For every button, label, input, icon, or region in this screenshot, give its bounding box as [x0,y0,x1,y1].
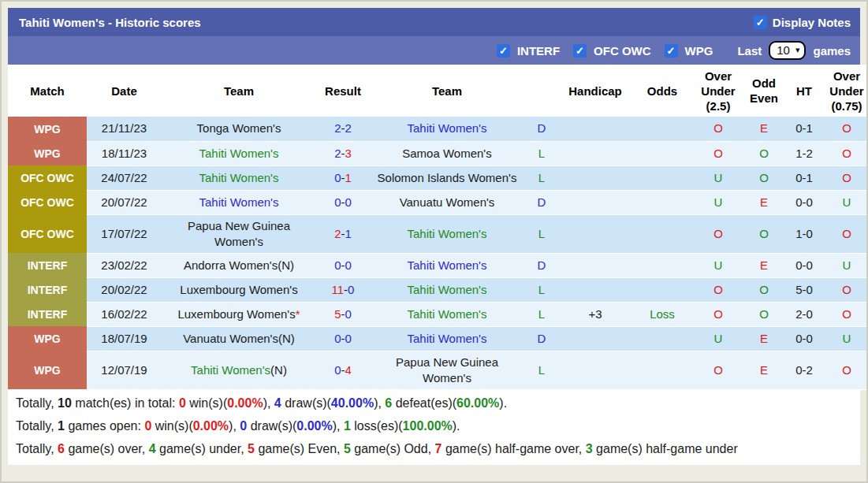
summary-segment: game(s) under, [156,442,248,455]
result-score: 2-1 [316,214,370,253]
away-team-link[interactable]: Vanuatu Women's [400,195,495,209]
match-date: 16/02/22 [87,302,162,326]
home-team-link[interactable]: Luxembourg Women's [177,307,295,321]
home-score: 0 [334,195,341,209]
games-label: games [813,44,851,58]
result-score: 0-0 [316,253,370,277]
outcome-letter: L [524,302,559,326]
over-under-0-75: O [824,214,868,253]
away-team-cell: Papua New Guinea Women's [370,351,524,389]
league-badge: WPG [8,326,87,351]
match-date: 20/02/22 [87,277,162,302]
handicap-value [559,253,631,277]
odd-even: O [743,214,784,253]
home-score: 11 [332,283,345,296]
table-header-row: MatchDateTeamResultTeamHandicapOddsOver … [8,65,868,117]
summary-line-1: Totally, 10 match(es) in total: 0 win(s)… [8,392,860,414]
filter-checkbox-interf[interactable]: ✓ [497,44,510,58]
column-header-handicap: Handicap [559,65,631,117]
handicap-value [559,190,631,214]
page-title: Tahiti Women's - Historic scores [19,16,201,29]
column-header-date: Date [87,65,162,117]
home-team-link[interactable]: Vanuatu Women's(N) [183,332,295,345]
check-icon: ✓ [499,45,508,57]
away-team-link[interactable]: Tahiti Women's [408,227,487,240]
summary-segment: game(s) Odd, [351,442,435,455]
away-team-cell: Tahiti Women's [370,302,524,326]
outcome-letter: L [524,214,559,253]
home-team-link[interactable]: Tahiti Women's [199,195,279,209]
summary-segment: 1 [58,419,65,433]
away-team-link[interactable]: Papua New Guinea Women's [396,355,498,385]
half-time-score: 0-0 [784,326,824,351]
column-header-match: Match [8,65,87,117]
away-team-link[interactable]: Tahiti Women's [408,283,487,296]
summary-line-3: Totally, 6 game(s) over, 4 game(s) under… [8,437,860,460]
summary-segment: 6 [58,442,65,455]
match-date: 21/11/23 [87,117,162,141]
away-team-link[interactable]: Tahiti Women's [408,307,487,321]
filter-checkbox-ofc-owc[interactable]: ✓ [573,44,587,58]
away-team-link[interactable]: Tahiti Women's [408,258,487,272]
summary-segment: 4 [274,396,281,410]
odds-result [631,214,693,253]
over-under-2-5: O [693,302,743,326]
summary-segment: win(s)( [186,396,227,410]
league-badge: WPG [8,141,87,165]
summary-segment: Totally, [16,442,58,455]
home-team-link[interactable]: Luxembourg Women's [180,283,297,296]
home-team-cell: Papua New Guinea Women's [162,214,316,253]
half-time-score: 1-0 [784,214,824,253]
away-team-link[interactable]: Tahiti Women's [408,332,487,345]
odds-result: Loss [631,302,693,326]
league-badge: WPG [8,117,87,141]
summary-footer: Totally, 10 match(es) in total: 0 win(s)… [8,390,860,465]
result-score: 0-0 [316,190,370,214]
last-games-select[interactable]: 10 ▾ [769,41,806,60]
filter-checkbox-wpg[interactable]: ✓ [665,44,678,58]
home-team-cell: Tonga Women's [162,117,316,141]
odds-result [631,117,693,141]
odd-even: O [743,165,784,190]
check-icon: ✓ [756,17,765,28]
over-under-2-5: O [693,277,743,302]
odds-result [631,351,693,389]
home-team-link[interactable]: Andorra Women's(N) [184,258,294,272]
home-team-link[interactable]: Tahiti Women's [199,171,279,184]
match-date: 23/02/22 [87,253,162,277]
match-row: WPG18/11/23Tahiti Women's2-3Samoa Women'… [8,141,868,165]
half-time-score: 1-2 [784,141,824,165]
home-team-link[interactable]: Tahiti Women's [199,147,279,160]
over-under-2-5: U [693,190,743,214]
summary-segment: Totally, [16,419,58,433]
match-date: 24/07/22 [87,165,162,190]
away-team-cell: Tahiti Women's [370,214,524,253]
summary-line-2: Totally, 1 games open: 0 win(s)(0.00%), … [8,414,860,437]
summary-segment: ), [229,419,240,433]
over-under-0-75: O [824,302,868,326]
summary-segment: ), [263,396,274,410]
half-time-score: 2-0 [784,302,824,326]
home-team-link[interactable]: Papua New Guinea Women's [188,219,290,248]
away-team-link[interactable]: Solomon Islands Women's [378,171,517,184]
away-team-link[interactable]: Tahiti Women's [408,121,487,135]
outcome-letter: L [524,165,559,190]
match-row: OFC OWC20/07/22Tahiti Women's0-0Vanuatu … [8,190,868,214]
away-team-link[interactable]: Samoa Women's [402,147,491,160]
home-score: 2 [334,227,341,240]
outcome-letter: D [524,117,559,141]
match-row: OFC OWC24/07/22Tahiti Women's0-1Solomon … [8,165,868,190]
match-date: 12/07/19 [87,351,162,389]
home-team-link[interactable]: Tonga Women's [197,121,281,135]
over-under-2-5: O [693,141,743,165]
summary-segment: game(s) Even, [255,442,344,455]
league-badge: OFC OWC [8,190,87,214]
summary-segment: Totally, [16,396,58,410]
display-notes-checkbox[interactable]: ✓ [754,16,767,29]
summary-segment: defeat(es)( [392,396,456,410]
home-team-link[interactable]: Tahiti Women's [191,363,270,377]
odd-even: O [743,302,784,326]
result-score: 11-0 [316,277,370,302]
summary-segment: 0.00% [227,396,263,410]
outcome-letter: L [524,351,559,389]
